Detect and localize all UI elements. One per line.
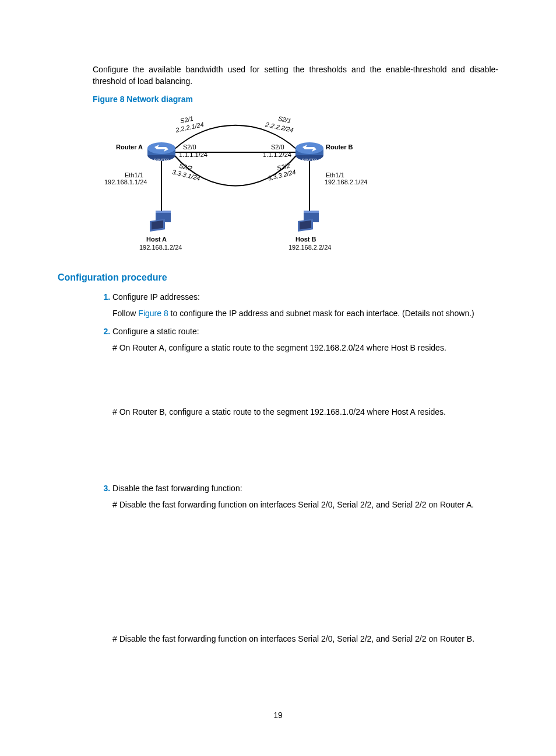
host-b-ip: 192.168.2.2/24 (288, 244, 331, 251)
network-diagram: ROUTER ROUTER (93, 108, 378, 254)
step2-title: Configure a static route: (112, 327, 199, 336)
step2-b: # On Router B, configure a static route … (112, 406, 498, 418)
step3-title: Disable the fast forwarding function: (112, 484, 242, 493)
figure-caption: Figure 8 Network diagram (93, 93, 498, 105)
s20b-ip: 1.1.1.2/24 (263, 151, 291, 158)
page-number: 19 (0, 709, 556, 721)
intro-paragraph: Configure the available bandwidth used f… (93, 64, 498, 88)
svg-text:ROUTER: ROUTER (154, 158, 169, 162)
router-b-label: Router B (326, 144, 353, 150)
host-a-label: Host A (146, 236, 167, 243)
step3-a: # Disable the fast forwarding function o… (112, 499, 498, 510)
step1-body: Follow Figure 8 to configure the IP addr… (112, 307, 498, 319)
s20b-label: S2/0 (271, 144, 284, 150)
svg-text:ROUTER: ROUTER (302, 158, 317, 162)
steps-list: Configure IP addresses: Follow Figure 8 … (93, 291, 498, 645)
router-a-label: Router A (116, 144, 143, 150)
step1-title: Configure IP addresses: (112, 292, 200, 302)
step-3: Disable the fast forwarding function: # … (112, 482, 498, 645)
step2-a: # On Router A, configure a static route … (112, 342, 498, 354)
eth-b-label: Eth1/1 (326, 172, 344, 178)
s20a-ip: 1.1.1.1/24 (179, 151, 207, 158)
document-page: Configure the available bandwidth used f… (0, 0, 556, 756)
step-2: Configure a static route: # On Router A,… (112, 326, 498, 418)
svg-rect-16 (304, 211, 319, 213)
host-b-label: Host B (295, 236, 316, 243)
s20a-label: S2/0 (183, 144, 196, 150)
step3-b: # Disable the fast forwarding function o… (112, 633, 498, 645)
eth-a-ip: 192.168.1.1/24 (104, 178, 147, 186)
host-a-ip: 192.168.1.2/24 (139, 244, 182, 251)
figure-8-link[interactable]: Figure 8 (138, 309, 168, 318)
eth-a-label: Eth1/1 (125, 172, 143, 178)
config-procedure-heading: Configuration procedure (58, 271, 498, 284)
svg-rect-12 (156, 211, 171, 213)
eth-b-ip: 192.168.2.1/24 (325, 178, 367, 186)
step-1: Configure IP addresses: Follow Figure 8 … (112, 291, 498, 320)
